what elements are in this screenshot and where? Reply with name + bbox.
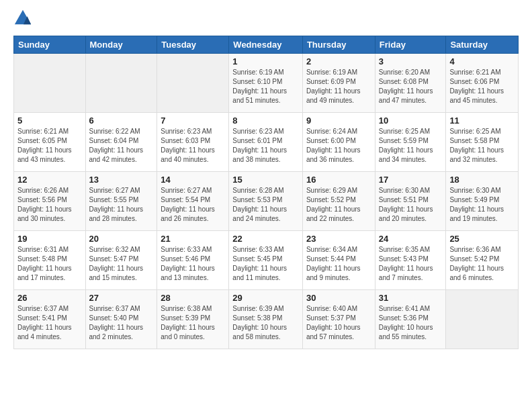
- calendar-week-row: 5Sunrise: 6:21 AM Sunset: 6:05 PM Daylig…: [14, 113, 519, 172]
- calendar-cell: 22Sunrise: 6:33 AM Sunset: 5:45 PM Dayli…: [229, 231, 303, 290]
- calendar-cell: 28Sunrise: 6:38 AM Sunset: 5:39 PM Dayli…: [157, 290, 229, 349]
- day-info: Sunrise: 6:39 AM Sunset: 5:38 PM Dayligh…: [232, 304, 299, 342]
- weekday-header: Thursday: [302, 36, 375, 54]
- day-number: 28: [161, 293, 225, 303]
- day-info: Sunrise: 6:32 AM Sunset: 5:47 PM Dayligh…: [89, 245, 154, 283]
- day-info: Sunrise: 6:25 AM Sunset: 5:59 PM Dayligh…: [379, 127, 443, 165]
- day-info: Sunrise: 6:20 AM Sunset: 6:08 PM Dayligh…: [379, 68, 443, 105]
- calendar-table: SundayMondayTuesdayWednesdayThursdayFrid…: [13, 36, 519, 349]
- day-info: Sunrise: 6:31 AM Sunset: 5:48 PM Dayligh…: [17, 245, 82, 283]
- day-number: 31: [379, 293, 443, 303]
- day-number: 12: [17, 175, 82, 185]
- day-info: Sunrise: 6:26 AM Sunset: 5:56 PM Dayligh…: [17, 186, 82, 224]
- weekday-header: Monday: [85, 36, 157, 54]
- day-info: Sunrise: 6:28 AM Sunset: 5:53 PM Dayligh…: [232, 186, 299, 224]
- day-number: 15: [232, 175, 299, 185]
- day-info: Sunrise: 6:21 AM Sunset: 6:05 PM Dayligh…: [17, 127, 82, 165]
- calendar-cell: 31Sunrise: 6:41 AM Sunset: 5:36 PM Dayli…: [375, 290, 446, 349]
- day-info: Sunrise: 6:40 AM Sunset: 5:37 PM Dayligh…: [306, 304, 371, 342]
- day-info: Sunrise: 6:33 AM Sunset: 5:46 PM Dayligh…: [161, 245, 225, 283]
- day-info: Sunrise: 6:41 AM Sunset: 5:36 PM Dayligh…: [379, 304, 443, 342]
- day-info: Sunrise: 6:27 AM Sunset: 5:55 PM Dayligh…: [89, 186, 154, 224]
- calendar-cell: 9Sunrise: 6:24 AM Sunset: 6:00 PM Daylig…: [302, 113, 375, 172]
- day-number: 4: [449, 56, 515, 66]
- calendar-cell: 5Sunrise: 6:21 AM Sunset: 6:05 PM Daylig…: [14, 113, 86, 172]
- calendar-cell: 13Sunrise: 6:27 AM Sunset: 5:55 PM Dayli…: [85, 172, 157, 231]
- calendar-cell: 26Sunrise: 6:37 AM Sunset: 5:41 PM Dayli…: [14, 290, 86, 349]
- day-info: Sunrise: 6:22 AM Sunset: 6:04 PM Dayligh…: [89, 127, 154, 165]
- day-number: 10: [379, 116, 443, 126]
- page-container: SundayMondayTuesdayWednesdayThursdayFrid…: [0, 0, 532, 356]
- day-info: Sunrise: 6:29 AM Sunset: 5:52 PM Dayligh…: [306, 186, 371, 224]
- calendar-cell: 30Sunrise: 6:40 AM Sunset: 5:37 PM Dayli…: [302, 290, 375, 349]
- calendar-cell: [446, 290, 519, 349]
- day-info: Sunrise: 6:21 AM Sunset: 6:06 PM Dayligh…: [449, 68, 515, 105]
- calendar-cell: 18Sunrise: 6:30 AM Sunset: 5:49 PM Dayli…: [446, 172, 519, 231]
- day-info: Sunrise: 6:38 AM Sunset: 5:39 PM Dayligh…: [161, 304, 225, 342]
- day-info: Sunrise: 6:25 AM Sunset: 5:58 PM Dayligh…: [449, 127, 515, 165]
- calendar-cell: 1Sunrise: 6:19 AM Sunset: 6:10 PM Daylig…: [229, 54, 303, 113]
- day-number: 25: [449, 234, 515, 244]
- logo: [13, 10, 34, 29]
- calendar-week-row: 26Sunrise: 6:37 AM Sunset: 5:41 PM Dayli…: [14, 290, 519, 349]
- calendar-cell: 20Sunrise: 6:32 AM Sunset: 5:47 PM Dayli…: [85, 231, 157, 290]
- day-number: 21: [161, 234, 225, 244]
- calendar-cell: 25Sunrise: 6:36 AM Sunset: 5:42 PM Dayli…: [446, 231, 519, 290]
- calendar-cell: 8Sunrise: 6:23 AM Sunset: 6:01 PM Daylig…: [229, 113, 303, 172]
- day-number: 17: [379, 175, 443, 185]
- calendar-cell: 14Sunrise: 6:27 AM Sunset: 5:54 PM Dayli…: [157, 172, 229, 231]
- calendar-week-row: 1Sunrise: 6:19 AM Sunset: 6:10 PM Daylig…: [14, 54, 519, 113]
- day-info: Sunrise: 6:30 AM Sunset: 5:49 PM Dayligh…: [449, 186, 515, 224]
- calendar-cell: 12Sunrise: 6:26 AM Sunset: 5:56 PM Dayli…: [14, 172, 86, 231]
- day-number: 8: [232, 116, 299, 126]
- day-number: 26: [17, 293, 82, 303]
- day-info: Sunrise: 6:37 AM Sunset: 5:40 PM Dayligh…: [89, 304, 154, 342]
- day-info: Sunrise: 6:33 AM Sunset: 5:45 PM Dayligh…: [232, 245, 299, 283]
- day-info: Sunrise: 6:19 AM Sunset: 6:10 PM Dayligh…: [232, 68, 299, 105]
- day-info: Sunrise: 6:27 AM Sunset: 5:54 PM Dayligh…: [161, 186, 225, 224]
- calendar-cell: 2Sunrise: 6:19 AM Sunset: 6:09 PM Daylig…: [302, 54, 375, 113]
- day-info: Sunrise: 6:34 AM Sunset: 5:44 PM Dayligh…: [306, 245, 371, 283]
- calendar-cell: 15Sunrise: 6:28 AM Sunset: 5:53 PM Dayli…: [229, 172, 303, 231]
- calendar-cell: 27Sunrise: 6:37 AM Sunset: 5:40 PM Dayli…: [85, 290, 157, 349]
- calendar-cell: 6Sunrise: 6:22 AM Sunset: 6:04 PM Daylig…: [85, 113, 157, 172]
- day-number: 9: [306, 116, 371, 126]
- day-number: 30: [306, 293, 371, 303]
- weekday-header: Friday: [375, 36, 446, 54]
- day-number: 18: [449, 175, 515, 185]
- day-number: 2: [306, 56, 371, 66]
- day-info: Sunrise: 6:19 AM Sunset: 6:09 PM Dayligh…: [306, 68, 371, 105]
- calendar-cell: 17Sunrise: 6:30 AM Sunset: 5:51 PM Dayli…: [375, 172, 446, 231]
- day-number: 14: [161, 175, 225, 185]
- day-number: 27: [89, 293, 154, 303]
- day-number: 1: [232, 56, 299, 66]
- day-number: 29: [232, 293, 299, 303]
- day-info: Sunrise: 6:37 AM Sunset: 5:41 PM Dayligh…: [17, 304, 82, 342]
- calendar-cell: [157, 54, 229, 113]
- calendar-week-row: 19Sunrise: 6:31 AM Sunset: 5:48 PM Dayli…: [14, 231, 519, 290]
- day-info: Sunrise: 6:30 AM Sunset: 5:51 PM Dayligh…: [379, 186, 443, 224]
- calendar-week-row: 12Sunrise: 6:26 AM Sunset: 5:56 PM Dayli…: [14, 172, 519, 231]
- calendar-cell: 21Sunrise: 6:33 AM Sunset: 5:46 PM Dayli…: [157, 231, 229, 290]
- day-number: 7: [161, 116, 225, 126]
- calendar-cell: 3Sunrise: 6:20 AM Sunset: 6:08 PM Daylig…: [375, 54, 446, 113]
- day-info: Sunrise: 6:24 AM Sunset: 6:00 PM Dayligh…: [306, 127, 371, 165]
- day-number: 11: [449, 116, 515, 126]
- weekday-header: Tuesday: [157, 36, 229, 54]
- calendar-cell: [85, 54, 157, 113]
- day-number: 6: [89, 116, 154, 126]
- calendar-cell: 23Sunrise: 6:34 AM Sunset: 5:44 PM Dayli…: [302, 231, 375, 290]
- weekday-header: Saturday: [446, 36, 519, 54]
- calendar-cell: 16Sunrise: 6:29 AM Sunset: 5:52 PM Dayli…: [302, 172, 375, 231]
- day-number: 5: [17, 116, 82, 126]
- calendar-cell: 24Sunrise: 6:35 AM Sunset: 5:43 PM Dayli…: [375, 231, 446, 290]
- day-number: 22: [232, 234, 299, 244]
- day-number: 3: [379, 56, 443, 66]
- calendar-cell: 7Sunrise: 6:23 AM Sunset: 6:03 PM Daylig…: [157, 113, 229, 172]
- calendar-cell: 19Sunrise: 6:31 AM Sunset: 5:48 PM Dayli…: [14, 231, 86, 290]
- calendar-cell: 29Sunrise: 6:39 AM Sunset: 5:38 PM Dayli…: [229, 290, 303, 349]
- calendar-cell: 11Sunrise: 6:25 AM Sunset: 5:58 PM Dayli…: [446, 113, 519, 172]
- day-number: 16: [306, 175, 371, 185]
- day-number: 19: [17, 234, 82, 244]
- calendar-cell: 4Sunrise: 6:21 AM Sunset: 6:06 PM Daylig…: [446, 54, 519, 113]
